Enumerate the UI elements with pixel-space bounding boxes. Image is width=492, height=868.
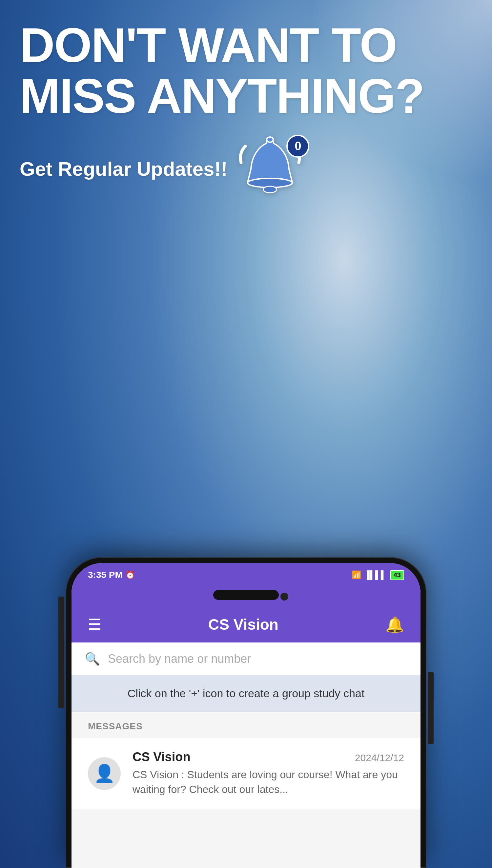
- hero-subtitle: Get Regular Updates!!: [20, 158, 227, 180]
- search-placeholder-text: Search by name or number: [108, 652, 251, 666]
- search-icon: 🔍: [84, 652, 100, 666]
- battery-icon: 43: [390, 570, 404, 580]
- phone-inner-screen: 3:35 PM ⏰ 📶 ▐▌▌▌ 43: [72, 563, 420, 868]
- person-icon: 👤: [94, 763, 115, 784]
- message-sender-name: CS Vision: [132, 750, 191, 764]
- avatar: 👤: [88, 757, 121, 790]
- sim-icon: 📶: [352, 570, 362, 580]
- search-bar[interactable]: 🔍 Search by name or number: [72, 642, 420, 675]
- menu-icon[interactable]: ☰: [88, 617, 101, 632]
- alarm-icon: ⏰: [125, 570, 135, 580]
- message-item[interactable]: 👤 CS Vision 2024/12/12 CS Vision : Stude…: [72, 738, 420, 809]
- app-bar: ☰ CS Vision 🔔: [72, 606, 420, 642]
- message-preview: CS Vision : Students are loving our cour…: [132, 767, 404, 797]
- phone-mockup: 3:35 PM ⏰ 📶 ▐▌▌▌ 43: [66, 557, 426, 868]
- bell-wrapper: 0: [237, 131, 313, 207]
- messages-header: MESSAGES: [72, 712, 420, 738]
- hero-title: DON'T WANT TO MISS ANYTHING?: [20, 20, 472, 122]
- notch-pill: [213, 590, 279, 600]
- status-right-icons: 📶 ▐▌▌▌ 43: [352, 570, 404, 580]
- app-bar-title: CS Vision: [208, 615, 278, 633]
- front-camera: [280, 593, 288, 601]
- group-chat-notice: Click on the '+' icon to create a group …: [72, 675, 420, 712]
- message-top-row: CS Vision 2024/12/12: [132, 750, 404, 764]
- message-content: CS Vision 2024/12/12 CS Vision : Student…: [132, 750, 404, 797]
- status-bar: 3:35 PM ⏰ 📶 ▐▌▌▌ 43: [72, 563, 420, 587]
- notch-bar: [72, 587, 420, 606]
- phone-empty-area: [72, 809, 420, 868]
- page-background: DON'T WANT TO MISS ANYTHING? Get Regular…: [0, 0, 492, 868]
- signal-icons: 📶 ▐▌▌▌: [352, 570, 386, 580]
- svg-point-0: [267, 137, 273, 142]
- phone-outer-frame: 3:35 PM ⏰ 📶 ▐▌▌▌ 43: [66, 557, 426, 868]
- status-time: 3:35 PM ⏰: [88, 570, 135, 580]
- bell-badge: 0: [286, 135, 309, 158]
- svg-point-2: [263, 186, 276, 193]
- hero-subtitle-row: Get Regular Updates!!: [20, 131, 472, 207]
- message-date: 2024/12/12: [355, 752, 404, 763]
- hero-section: DON'T WANT TO MISS ANYTHING? Get Regular…: [20, 20, 472, 207]
- signal-bars: ▐▌▌▌: [364, 570, 386, 580]
- notification-bell-icon[interactable]: 🔔: [386, 615, 404, 633]
